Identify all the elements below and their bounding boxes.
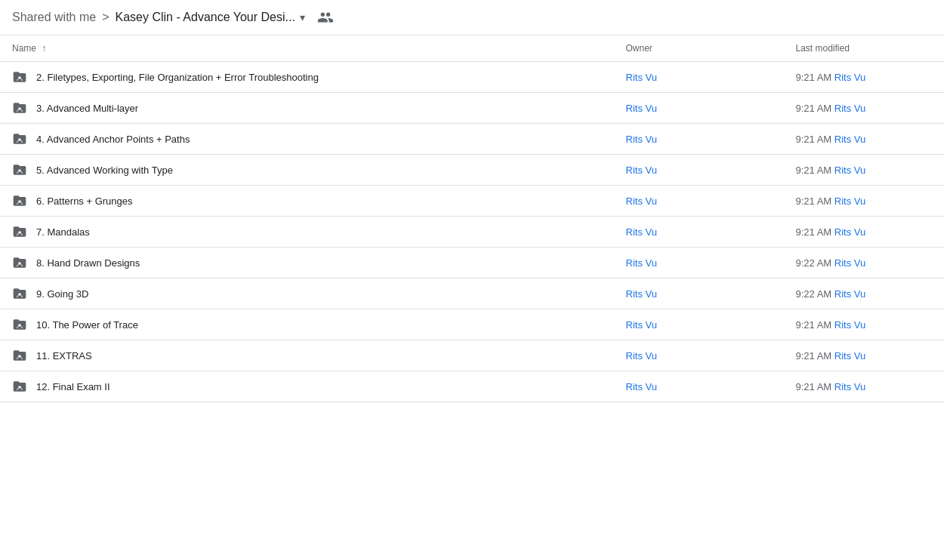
shared-folder-icon [12, 255, 27, 270]
owner-cell[interactable]: Rits Vu [614, 340, 784, 371]
file-name-cell: 7. Mandalas [0, 217, 614, 248]
file-name-cell: 4. Advanced Anchor Points + Paths [0, 124, 614, 155]
file-name-text: 9. Going 3D [36, 288, 88, 300]
table-row[interactable]: 7. Mandalas Rits Vu 9:21 AM Rits Vu [0, 217, 944, 248]
current-folder-label: Kasey Clin - Advance Your Desi... [116, 11, 295, 24]
modified-cell: 9:21 AM Rits Vu [784, 62, 945, 93]
modified-owner[interactable]: Rits Vu [834, 257, 865, 269]
modified-owner[interactable]: Rits Vu [834, 103, 865, 114]
file-name-text: 12. Final Exam II [36, 381, 110, 392]
owner-cell[interactable]: Rits Vu [614, 371, 784, 402]
file-name-text: 4. Advanced Anchor Points + Paths [36, 134, 190, 145]
modified-cell: 9:21 AM Rits Vu [784, 155, 945, 186]
column-header-last-modified[interactable]: Last modified [784, 35, 945, 62]
modified-owner[interactable]: Rits Vu [834, 288, 865, 300]
file-name-text: 11. EXTRAS [36, 350, 92, 362]
file-name-cell: 3. Advanced Multi-layer [0, 93, 614, 124]
modified-cell: 9:21 AM Rits Vu [784, 217, 945, 248]
file-name-text: 8. Hand Drawn Designs [36, 257, 140, 269]
shared-folder-icon [12, 317, 27, 332]
modified-cell: 9:22 AM Rits Vu [784, 248, 945, 278]
file-name-cell: 6. Patterns + Grunges [0, 186, 614, 217]
people-svg-icon [317, 9, 334, 26]
file-name-cell: 12. Final Exam II [0, 371, 614, 402]
modified-cell: 9:21 AM Rits Vu [784, 93, 945, 124]
shared-folder-icon [12, 100, 27, 115]
modified-cell: 9:21 AM Rits Vu [784, 309, 945, 340]
modified-owner[interactable]: Rits Vu [834, 381, 865, 392]
modified-owner[interactable]: Rits Vu [834, 195, 865, 207]
modified-cell: 9:21 AM Rits Vu [784, 340, 945, 371]
share-people-icon[interactable] [317, 9, 334, 26]
shared-folder-icon [12, 348, 27, 363]
file-name-text: 5. Advanced Working with Type [36, 165, 173, 176]
modified-owner[interactable]: Rits Vu [834, 134, 865, 145]
modified-cell: 9:21 AM Rits Vu [784, 124, 945, 155]
table-row[interactable]: 4. Advanced Anchor Points + Paths Rits V… [0, 124, 944, 155]
table-row[interactable]: 10. The Power of Trace Rits Vu 9:21 AM R… [0, 309, 944, 340]
shared-folder-icon [12, 131, 27, 146]
file-name-text: 6. Patterns + Grunges [36, 195, 133, 207]
table-row[interactable]: 2. Filetypes, Exporting, File Organizati… [0, 62, 944, 93]
file-name-text: 3. Advanced Multi-layer [36, 103, 138, 114]
breadcrumb-separator: > [102, 11, 109, 24]
table-header-row: Name ↑ Owner Last modified [0, 35, 944, 62]
modified-owner[interactable]: Rits Vu [834, 165, 865, 176]
owner-cell[interactable]: Rits Vu [614, 309, 784, 340]
sort-ascending-icon: ↑ [42, 43, 46, 54]
column-header-name[interactable]: Name ↑ [0, 35, 614, 62]
owner-cell[interactable]: Rits Vu [614, 124, 784, 155]
table-row[interactable]: 5. Advanced Working with Type Rits Vu 9:… [0, 155, 944, 186]
file-name-cell: 5. Advanced Working with Type [0, 155, 614, 186]
file-name-cell: 11. EXTRAS [0, 340, 614, 371]
breadcrumb-shared-with-me[interactable]: Shared with me [12, 11, 96, 24]
table-row[interactable]: 3. Advanced Multi-layer Rits Vu 9:21 AM … [0, 93, 944, 124]
shared-folder-icon [12, 162, 27, 177]
file-name-cell: 10. The Power of Trace [0, 309, 614, 340]
modified-cell: 9:22 AM Rits Vu [784, 278, 945, 309]
column-header-owner[interactable]: Owner [614, 35, 784, 62]
file-table: Name ↑ Owner Last modified 2. Filetypes,… [0, 35, 944, 402]
shared-folder-icon [12, 193, 27, 208]
shared-folder-icon [12, 224, 27, 239]
table-row[interactable]: 6. Patterns + Grunges Rits Vu 9:21 AM Ri… [0, 186, 944, 217]
owner-cell[interactable]: Rits Vu [614, 155, 784, 186]
breadcrumb-bar: Shared with me > Kasey Clin - Advance Yo… [0, 0, 944, 35]
shared-folder-icon [12, 69, 27, 85]
file-name-text: 2. Filetypes, Exporting, File Organizati… [36, 72, 319, 83]
owner-cell[interactable]: Rits Vu [614, 248, 784, 278]
table-row[interactable]: 8. Hand Drawn Designs Rits Vu 9:22 AM Ri… [0, 248, 944, 278]
breadcrumb-current-folder[interactable]: Kasey Clin - Advance Your Desi... ▾ [116, 11, 305, 24]
file-name-cell: 2. Filetypes, Exporting, File Organizati… [0, 62, 614, 93]
file-name-cell: 8. Hand Drawn Designs [0, 248, 614, 278]
file-name-text: 7. Mandalas [36, 226, 90, 238]
chevron-down-icon: ▾ [300, 11, 305, 23]
owner-cell[interactable]: Rits Vu [614, 62, 784, 93]
owner-cell[interactable]: Rits Vu [614, 93, 784, 124]
shared-folder-icon [12, 379, 27, 394]
owner-cell[interactable]: Rits Vu [614, 186, 784, 217]
modified-cell: 9:21 AM Rits Vu [784, 186, 945, 217]
modified-owner[interactable]: Rits Vu [834, 319, 865, 331]
modified-owner[interactable]: Rits Vu [834, 350, 865, 362]
modified-owner[interactable]: Rits Vu [834, 226, 865, 238]
table-row[interactable]: 12. Final Exam II Rits Vu 9:21 AM Rits V… [0, 371, 944, 402]
table-row[interactable]: 11. EXTRAS Rits Vu 9:21 AM Rits Vu [0, 340, 944, 371]
table-row[interactable]: 9. Going 3D Rits Vu 9:22 AM Rits Vu [0, 278, 944, 309]
owner-cell[interactable]: Rits Vu [614, 217, 784, 248]
modified-cell: 9:21 AM Rits Vu [784, 371, 945, 402]
owner-cell[interactable]: Rits Vu [614, 278, 784, 309]
file-name-text: 10. The Power of Trace [36, 319, 138, 331]
modified-owner[interactable]: Rits Vu [834, 72, 865, 83]
shared-folder-icon [12, 286, 27, 301]
file-name-cell: 9. Going 3D [0, 278, 614, 309]
